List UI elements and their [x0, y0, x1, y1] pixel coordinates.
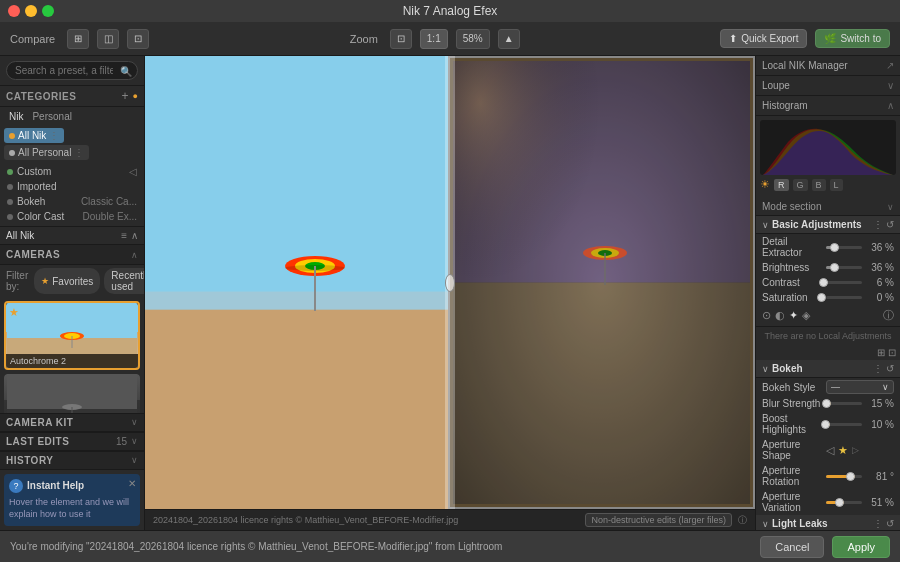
hist-l-btn[interactable]: L — [830, 179, 843, 191]
aperture-variation-track[interactable] — [826, 501, 862, 504]
aperture-rotation-track[interactable] — [826, 475, 862, 478]
switch-to-button[interactable]: 🌿 Switch to — [815, 29, 890, 48]
cat-row-custom[interactable]: Custom ◁ — [4, 164, 140, 179]
quick-export-button[interactable]: ⬆ Quick Export — [720, 29, 807, 48]
magic-tool-icon[interactable]: ✦ — [789, 309, 798, 322]
camera-kit-header[interactable]: CAMERA KIT ∨ — [0, 413, 144, 432]
bokeh-reset-icon[interactable]: ↺ — [886, 363, 894, 374]
cat-imported-label: Imported — [17, 181, 133, 192]
aperture-prev-icon[interactable]: ◁ — [826, 444, 834, 457]
saturation-track[interactable] — [826, 296, 862, 299]
blur-strength-label: Blur Strength — [762, 398, 822, 409]
histogram-controls: ☀ R G B L — [760, 175, 896, 194]
cat-row-imported[interactable]: Imported — [4, 179, 140, 194]
instant-help-close-btn[interactable]: ✕ — [128, 478, 136, 489]
minimize-button[interactable] — [25, 5, 37, 17]
loupe-chevron-icon[interactable]: ∨ — [887, 80, 894, 91]
blur-strength-thumb[interactable] — [822, 399, 831, 408]
add-category-btn[interactable]: + — [122, 90, 129, 102]
canvas-info-icon[interactable]: ⓘ — [738, 514, 747, 527]
basic-adj-reset-icon[interactable]: ↺ — [886, 219, 894, 230]
cancel-button[interactable]: Cancel — [760, 536, 824, 558]
hist-g-btn[interactable]: G — [793, 179, 808, 191]
contrast-track[interactable] — [826, 281, 862, 284]
svg-rect-10 — [145, 305, 448, 509]
aperture-rotation-thumb[interactable] — [846, 472, 855, 481]
settings-tool-icon[interactable]: ⓘ — [883, 308, 894, 323]
brightness-thumb[interactable] — [830, 263, 839, 272]
detail-extractor-track[interactable] — [826, 246, 862, 249]
pill-all-personal[interactable]: All Personal ⋮ — [4, 145, 89, 160]
boost-highlights-track[interactable] — [826, 423, 862, 426]
histogram-chevron-icon[interactable]: ∧ — [887, 100, 894, 111]
hist-b-btn[interactable]: B — [812, 179, 826, 191]
tab-nik[interactable]: Nik — [6, 110, 26, 123]
zoom-fit-btn[interactable]: ⊡ — [390, 29, 412, 49]
mode-section-row[interactable]: Mode section ∨ — [756, 198, 900, 216]
filter-favorites-chip[interactable]: ★ Favorites — [34, 268, 100, 294]
gradient-tool-icon[interactable]: ◐ — [775, 309, 785, 322]
all-nik-label: All Nik — [6, 230, 121, 241]
boost-highlights-thumb[interactable] — [821, 420, 830, 429]
local-adj-paste-icon[interactable]: ⊡ — [888, 347, 896, 358]
local-nik-header[interactable]: Local NIK Manager ↗ — [756, 56, 900, 76]
brightness-track[interactable] — [826, 266, 862, 269]
all-nik-chevron-icon[interactable]: ∧ — [131, 230, 138, 241]
history-header[interactable]: HISTORY ∨ — [0, 451, 144, 470]
cat-row-colorcast[interactable]: Color Cast Double Ex... — [4, 209, 140, 224]
aperture-next-icon[interactable]: ▷ — [852, 445, 859, 455]
light-leaks-reset-icon[interactable]: ↺ — [886, 518, 894, 529]
bokeh-style-select[interactable]: — ∨ — [826, 380, 894, 394]
cat-row-bokeh[interactable]: Bokeh Classic Ca... — [4, 194, 140, 209]
bokeh-header[interactable]: ∨ Bokeh ⋮ ↺ — [756, 360, 900, 378]
all-nik-list-icon[interactable]: ≡ — [121, 230, 127, 241]
blur-strength-track[interactable] — [826, 402, 862, 405]
aperture-variation-thumb[interactable] — [835, 498, 844, 507]
light-leaks-header[interactable]: ∨ Light Leaks ⋮ ↺ — [756, 515, 900, 530]
histogram-svg — [760, 120, 896, 175]
cat-colorcast-label: Color Cast — [17, 211, 79, 222]
close-button[interactable] — [8, 5, 20, 17]
basic-adj-header[interactable]: ∨ Basic Adjustments ⋮ ↺ — [756, 216, 900, 234]
zoom-1to1-btn[interactable]: 1:1 — [420, 29, 448, 49]
eraser-tool-icon[interactable]: ◈ — [802, 309, 810, 322]
apply-button[interactable]: Apply — [832, 536, 890, 558]
compare-side-btn[interactable]: ◫ — [97, 29, 119, 49]
divider-circle-icon — [445, 274, 455, 292]
window-controls — [8, 5, 54, 17]
compare-split-btn[interactable]: ⊞ — [67, 29, 89, 49]
brush-tool-icon[interactable]: ⊙ — [762, 309, 771, 322]
maximize-button[interactable] — [42, 5, 54, 17]
camera-item-bw[interactable]: Black and White 1 — [4, 374, 140, 413]
loupe-header[interactable]: Loupe ∨ — [756, 76, 900, 96]
aperture-star-icon[interactable]: ★ — [838, 444, 848, 457]
aperture-rotation-row: Aperture Rotation 81 ° — [756, 463, 900, 489]
camera-item-autochrome[interactable]: ★ Autochrome 2 — [4, 301, 140, 370]
split-divider[interactable] — [445, 56, 455, 509]
cameras-section-header[interactable]: CAMERAS ∧ — [0, 245, 144, 265]
camera-autochrome-label: Autochrome 2 — [6, 354, 138, 368]
light-leaks-menu-icon[interactable]: ⋮ — [873, 518, 883, 529]
bokeh-menu-icon[interactable]: ⋮ — [873, 363, 883, 374]
last-edits-header[interactable]: LAST EDITS 15 ∨ — [0, 432, 144, 451]
histogram-header[interactable]: Histogram ∧ — [756, 96, 900, 116]
non-destructive-badge: Non-destructive edits (larger files) — [585, 513, 732, 527]
local-nik-expand-icon[interactable]: ↗ — [886, 60, 894, 71]
contrast-thumb[interactable] — [819, 278, 828, 287]
compare-single-btn[interactable]: ⊡ — [127, 29, 149, 49]
saturation-thumb[interactable] — [817, 293, 826, 302]
detail-extractor-thumb[interactable] — [830, 243, 839, 252]
cat-custom-sub: ◁ — [129, 166, 137, 177]
tab-personal[interactable]: Personal — [29, 110, 74, 123]
pill-personal-menu-icon[interactable]: ⋮ — [74, 147, 84, 158]
histogram-area: ☀ R G B L — [756, 116, 900, 198]
before-image-svg — [145, 56, 448, 509]
hist-r-btn[interactable]: R — [774, 179, 789, 191]
pill-menu-icon[interactable]: ⋮ — [49, 130, 59, 141]
local-adj-copy-icon[interactable]: ⊞ — [877, 347, 885, 358]
pill-all-nik[interactable]: All Nik ⋮ — [4, 128, 64, 143]
zoom-stepper[interactable]: ▲ — [498, 29, 520, 49]
filter-recent-chip[interactable]: Recently used — [104, 268, 145, 294]
search-input[interactable] — [6, 61, 138, 80]
basic-adj-menu-icon[interactable]: ⋮ — [873, 219, 883, 230]
